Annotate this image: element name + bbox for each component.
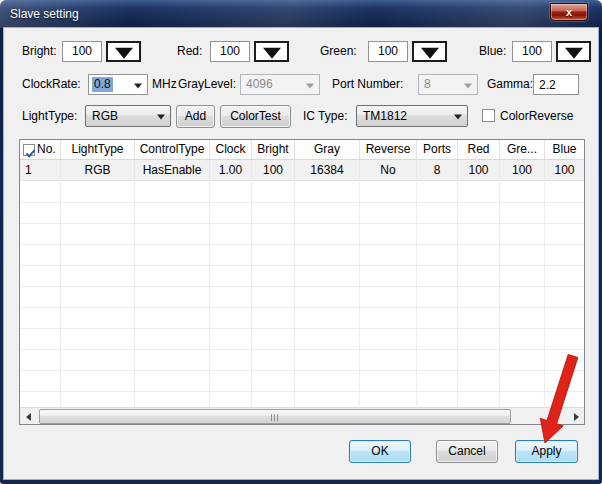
ictype-value: TM1812 <box>363 109 407 123</box>
triangle-down-icon <box>565 47 583 58</box>
triangle-right-icon <box>574 413 579 421</box>
table-row[interactable]: 1 RGB HasEnable 1.00 100 16384 No 8 100 … <box>20 160 584 181</box>
header-red: Red <box>458 140 500 159</box>
port-number-value: 8 <box>424 77 431 91</box>
grip-icon <box>271 414 279 421</box>
header-clock: Clock <box>210 140 252 159</box>
ok-button[interactable]: OK <box>349 440 411 463</box>
horizontal-scrollbar[interactable] <box>20 407 584 424</box>
port-number-label: Port Number: <box>332 74 403 95</box>
clockrate-combobox[interactable]: 0.8 <box>88 74 148 95</box>
bright-dropdown-button[interactable] <box>106 41 141 62</box>
chevron-down-icon <box>306 83 314 88</box>
colorreverse-label: ColorReverse <box>500 106 573 127</box>
gamma-label: Gamma: <box>487 74 533 95</box>
table-header-row: No. LightType ControlType Clock Bright G… <box>20 140 584 160</box>
ictype-combobox[interactable]: TM1812 <box>356 105 468 127</box>
blue-label: Blue: <box>479 41 506 62</box>
header-blue: Blue <box>545 140 584 159</box>
header-no: No. <box>20 140 61 159</box>
clockrate-label: ClockRate: <box>22 74 81 95</box>
apply-button[interactable]: Apply <box>515 440 578 463</box>
lighttype-label: LightType: <box>22 106 77 127</box>
red-value[interactable]: 100 <box>210 41 250 62</box>
header-reverse: Reverse <box>360 140 417 159</box>
triangle-down-icon <box>263 47 281 58</box>
green-label: Green: <box>320 41 357 62</box>
header-green-truncated: Gre... <box>500 140 545 159</box>
gamma-input[interactable] <box>533 74 579 95</box>
colorreverse-checkbox[interactable] <box>482 109 495 122</box>
bright-value[interactable]: 100 <box>62 41 102 62</box>
close-icon: x <box>566 6 572 18</box>
mhz-unit-label: MHz <box>152 74 177 95</box>
red-dropdown-button[interactable] <box>254 41 289 62</box>
blue-dropdown-button[interactable] <box>556 41 591 62</box>
chevron-down-icon <box>454 115 462 120</box>
close-button[interactable]: x <box>550 3 588 21</box>
header-gray: Gray <box>295 140 360 159</box>
ictype-label: IC Type: <box>303 106 347 127</box>
graylevel-value: 4096 <box>246 77 273 91</box>
add-button[interactable]: Add <box>176 105 215 128</box>
header-bright: Bright <box>252 140 295 159</box>
select-all-checkbox[interactable] <box>23 144 35 156</box>
port-number-combobox-disabled: 8 <box>418 74 478 95</box>
chevron-down-icon <box>464 83 472 88</box>
clockrate-value: 0.8 <box>92 77 113 92</box>
header-ports: Ports <box>417 140 458 159</box>
scroll-left-button[interactable] <box>20 408 37 425</box>
colortest-button[interactable]: ColorTest <box>220 105 291 128</box>
chevron-down-icon <box>157 115 165 120</box>
triangle-down-icon <box>421 47 439 58</box>
slave-table: No. LightType ControlType Clock Bright G… <box>19 139 585 425</box>
scrollbar-thumb[interactable] <box>39 409 511 424</box>
lighttype-combobox[interactable]: RGB <box>85 105 171 127</box>
blue-value[interactable]: 100 <box>512 41 552 62</box>
bright-label: Bright: <box>22 41 57 62</box>
title-bar[interactable]: Slave setting x <box>0 0 602 28</box>
green-value[interactable]: 100 <box>368 41 408 62</box>
empty-grid-area <box>20 182 584 406</box>
header-controltype: ControlType <box>135 140 210 159</box>
green-dropdown-button[interactable] <box>412 41 447 62</box>
scroll-right-button[interactable] <box>567 408 584 425</box>
triangle-down-icon <box>115 47 133 58</box>
red-label: Red: <box>177 41 202 62</box>
dialog-window: Slave setting x Bright: 100 Red: 100 Gre… <box>0 0 602 484</box>
header-lighttype: LightType <box>61 140 135 159</box>
graylevel-label: GrayLevel: <box>178 74 236 95</box>
chevron-down-icon[interactable] <box>134 83 142 88</box>
window-title: Slave setting <box>10 7 79 21</box>
lighttype-value: RGB <box>92 109 118 123</box>
triangle-left-icon <box>26 413 31 421</box>
cancel-button[interactable]: Cancel <box>436 440 498 463</box>
graylevel-combobox-disabled: 4096 <box>240 74 320 95</box>
